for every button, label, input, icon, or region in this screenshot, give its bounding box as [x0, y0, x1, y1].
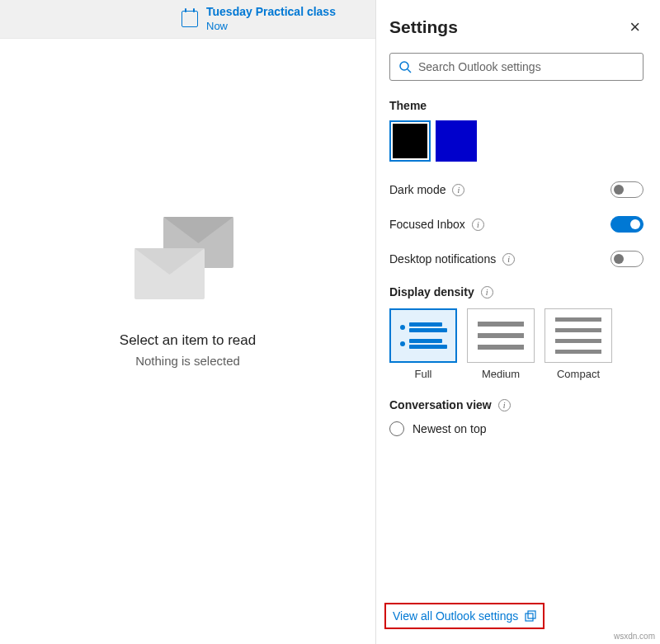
density-medium-label: Medium	[482, 368, 520, 380]
density-medium[interactable]: Medium	[467, 308, 535, 380]
focused-inbox-label-group: Focused Inbox i	[389, 218, 484, 231]
desktop-notifications-label-group: Desktop notifications i	[389, 252, 515, 266]
empty-title: Select an item to read	[120, 332, 256, 349]
calendar-event-title: Tuesday Practical class	[206, 4, 336, 19]
search-box[interactable]	[389, 53, 644, 81]
info-icon[interactable]: i	[452, 184, 464, 196]
close-icon[interactable]: ×	[626, 16, 644, 38]
density-full-label: Full	[415, 368, 432, 380]
density-full[interactable]: Full	[389, 308, 457, 380]
empty-state: Select an item to read Nothing is select…	[0, 39, 375, 644]
focused-inbox-row: Focused Inbox i	[389, 216, 644, 233]
density-compact[interactable]: Compact	[544, 308, 612, 380]
reading-pane: Tuesday Practical class Now Select an it…	[0, 0, 375, 644]
empty-subtitle: Nothing is selected	[135, 354, 240, 368]
search-input[interactable]	[418, 60, 634, 73]
calendar-icon	[182, 11, 198, 27]
info-icon[interactable]: i	[502, 253, 515, 266]
svg-rect-4	[526, 613, 533, 621]
info-icon[interactable]: i	[498, 399, 511, 411]
view-all-label: View all Outlook settings	[393, 609, 518, 623]
dark-mode-label-group: Dark mode i	[389, 183, 464, 196]
calendar-event-time: Now	[206, 20, 336, 34]
info-icon[interactable]: i	[481, 286, 493, 298]
settings-header: Settings ×	[389, 16, 644, 38]
search-icon	[398, 60, 412, 73]
svg-rect-5	[528, 611, 535, 618]
settings-panel: Settings × Theme Dark mode i Focused Inb…	[375, 0, 660, 644]
dark-mode-row: Dark mode i	[389, 181, 644, 198]
conversation-view-label: Conversation view	[389, 398, 492, 411]
dark-mode-label: Dark mode	[389, 183, 446, 196]
theme-swatch-blue[interactable]	[436, 120, 477, 162]
info-icon[interactable]: i	[472, 219, 484, 231]
dark-mode-toggle[interactable]	[610, 181, 644, 198]
density-medium-box	[467, 308, 535, 363]
density-compact-box	[544, 308, 612, 363]
svg-point-2	[400, 62, 408, 70]
envelope-icon	[134, 248, 205, 299]
density-compact-label: Compact	[557, 368, 600, 380]
watermark: wsxdn.com	[614, 632, 655, 641]
settings-title: Settings	[389, 17, 458, 37]
newest-on-top-label: Newest on top	[412, 422, 487, 435]
theme-label: Theme	[389, 99, 644, 112]
desktop-notifications-row: Desktop notifications i	[389, 251, 644, 267]
envelopes-illustration	[134, 217, 242, 316]
newest-on-top-radio-row[interactable]: Newest on top	[389, 421, 644, 436]
density-label-row: Display density i	[389, 285, 644, 298]
calendar-banner[interactable]: Tuesday Practical class Now	[0, 0, 375, 39]
desktop-notifications-label: Desktop notifications	[389, 252, 496, 266]
popout-icon	[525, 610, 536, 622]
conversation-label-row: Conversation view i	[389, 398, 644, 411]
density-full-box	[389, 308, 457, 363]
focused-inbox-toggle[interactable]	[610, 216, 644, 233]
calendar-text: Tuesday Practical class Now	[206, 4, 336, 33]
theme-swatch-black[interactable]	[389, 120, 431, 162]
focused-inbox-label: Focused Inbox	[389, 218, 465, 231]
density-options: Full Medium Compact	[389, 308, 644, 380]
svg-line-3	[408, 69, 411, 73]
radio-icon	[389, 421, 404, 436]
theme-row	[389, 120, 644, 162]
view-all-settings-link[interactable]: View all Outlook settings	[384, 603, 544, 629]
desktop-notifications-toggle[interactable]	[610, 251, 644, 267]
density-label: Display density	[389, 285, 474, 298]
